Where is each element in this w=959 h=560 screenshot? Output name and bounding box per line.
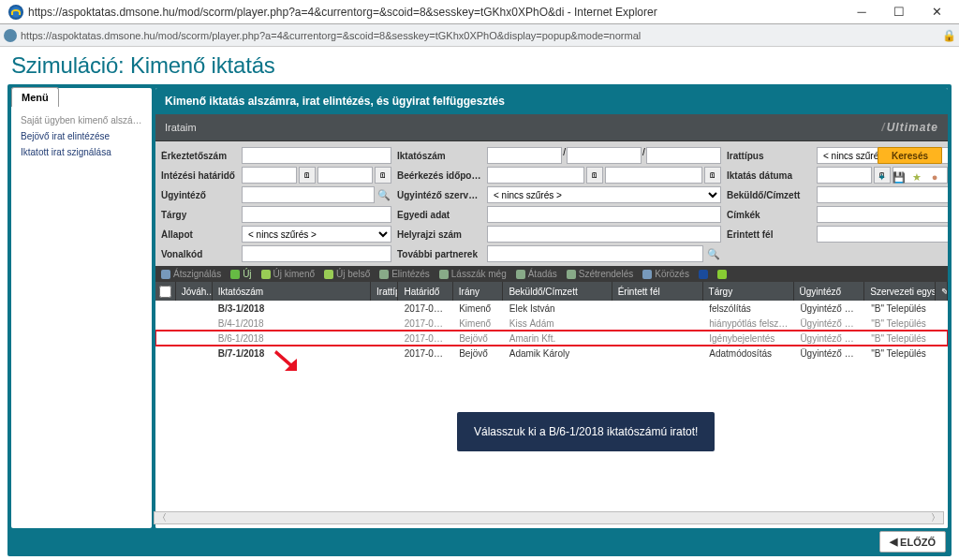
sidebar-item[interactable]: Bejövő irat elintézése — [11, 128, 152, 144]
lbl-erkezteto: Érkeztetőszám — [161, 151, 236, 161]
annotation-arrow-icon — [273, 350, 300, 373]
toolbar-item[interactable]: Új — [230, 269, 251, 279]
input-bekuldo[interactable] — [817, 186, 948, 203]
th-ugyintezo[interactable]: Ügyintéző — [794, 282, 865, 301]
globe-icon — [4, 29, 17, 42]
calendar-icon[interactable]: 🗓 — [586, 167, 603, 184]
toolbar-icon[interactable] — [717, 270, 727, 279]
page-title: Szimuláció: Kimenő iktatás — [7, 47, 952, 84]
address-bar: https://aspoktatas.dmsone.hu/mod/scorm/p… — [0, 24, 959, 47]
search-icon[interactable]: 🔍 — [705, 245, 721, 262]
th-szervezeti[interactable]: Szervezeti egység — [864, 282, 936, 301]
th-bekuldo[interactable]: Beküldő/Címzett — [503, 282, 612, 301]
prev-button[interactable]: ◀ ELŐZŐ — [879, 531, 946, 553]
lbl-targy: Tárgy — [161, 210, 236, 220]
lbl-beerkezes: Beérkezés időpon... — [397, 170, 481, 181]
table-row[interactable]: B/6-1/20182017-09-30BejövőAmarin Kft.Igé… — [155, 331, 948, 346]
input-cimkek[interactable] — [817, 206, 948, 223]
input-beerk-2[interactable] — [605, 167, 702, 184]
horizontal-scrollbar[interactable]: 〈 〉 — [154, 511, 944, 524]
expand-icon[interactable]: ✦ — [874, 169, 889, 184]
lbl-ugyszerv: Ügyintéző szerve... — [397, 190, 481, 200]
toolbar-item[interactable]: Lásszák még — [439, 269, 507, 279]
th-irany[interactable]: Irány — [453, 282, 504, 301]
toolbar-item[interactable]: Átadás — [516, 269, 557, 279]
lbl-erintett: Érintett fél — [727, 229, 811, 240]
toolbar-icon[interactable] — [699, 270, 708, 279]
input-intezesi-2[interactable] — [317, 167, 373, 184]
toolbar-item[interactable]: Átszignálás — [161, 269, 221, 279]
select-ugyszerv[interactable]: < nincs szűrés > — [487, 186, 721, 203]
save-icon[interactable]: 💾 — [892, 169, 907, 184]
close-button[interactable]: ✕ — [918, 0, 955, 24]
section-bar-label: Irataim — [165, 122, 197, 133]
lock-icon: 🔒 — [942, 29, 955, 42]
lbl-irattipus: Irattípus — [727, 151, 811, 161]
star-icon[interactable]: ★ — [909, 169, 924, 184]
input-beerk-1[interactable] — [487, 167, 584, 184]
toolbar-item[interactable]: Elintézés — [379, 269, 430, 279]
input-tovabbi[interactable] — [487, 245, 703, 262]
header-checkbox[interactable] — [159, 286, 171, 298]
lbl-bekuldo: Beküldő/Címzett — [727, 190, 811, 200]
sidebar-item[interactable]: Iktatott irat szignálása — [11, 144, 152, 160]
app-frame: Menü Saját ügyben kimenő alszám iktat...… — [7, 84, 952, 556]
chevron-left-icon: ◀ — [890, 536, 897, 548]
sidebar-tab-menu[interactable]: Menü — [11, 87, 59, 107]
input-ugyintezo[interactable] — [242, 186, 375, 203]
input-targy[interactable] — [242, 206, 391, 223]
toolbar-item[interactable]: Új kimenő — [261, 269, 315, 279]
main-panel: Kimenő iktatás alszámra, irat elintézés,… — [155, 88, 948, 528]
lbl-tovabbi: További partnerek — [397, 249, 481, 259]
table-row[interactable]: B/4-1/20182017-09-29KimenőKiss Ádámhiány… — [155, 316, 948, 331]
minimize-button[interactable]: ─ — [843, 0, 880, 24]
section-bar: Irataim Ultimate — [155, 114, 948, 141]
th-irattipus[interactable]: Irattípus — [371, 282, 398, 301]
maximize-button[interactable]: ☐ — [880, 0, 918, 24]
toolbar-item[interactable]: Szétrendelés — [567, 269, 633, 279]
lbl-allapot: Állapot — [161, 229, 236, 240]
search-icon[interactable]: 🔍 — [376, 186, 391, 203]
input-egyedi[interactable] — [487, 206, 721, 223]
filter-grid: Keresés ✦ 💾 ★ ● Érkeztetőszám Iktatószám… — [155, 141, 948, 266]
ie-icon — [8, 5, 23, 20]
input-iktat-1[interactable] — [487, 147, 562, 164]
input-iktat-3[interactable] — [646, 147, 721, 164]
input-intezesi-1[interactable] — [242, 167, 297, 184]
window-titlebar: https://aspoktatas.dmsone.hu/mod/scorm/p… — [0, 0, 959, 24]
lbl-iktatoszam: Iktatószám — [397, 151, 481, 161]
window-title: https://aspoktatas.dmsone.hu/mod/scorm/p… — [28, 6, 843, 19]
th-hatarido[interactable]: Határidő — [398, 282, 452, 301]
input-iktdat-1[interactable] — [817, 167, 872, 184]
input-vonalkod[interactable] — [242, 245, 391, 262]
th-vonalk[interactable]: ✎ Vonalk — [936, 282, 948, 301]
svg-marker-0 — [274, 350, 297, 371]
input-helyrajzi[interactable] — [487, 226, 721, 243]
lbl-cimkek: Címkék — [727, 210, 811, 220]
th-iktatoszam[interactable]: Iktatószám — [213, 282, 371, 301]
dot-icon[interactable]: ● — [927, 169, 942, 184]
table-row[interactable]: B/3-1/20182017-09-29KimenőElek Istvánfel… — [155, 301, 948, 316]
th-erintett[interactable]: Érintett fél — [612, 282, 703, 301]
toolbar-item[interactable]: Új belső — [324, 269, 370, 279]
calendar-icon[interactable]: 🗓 — [704, 167, 721, 184]
address-url[interactable]: https://aspoktatas.dmsone.hu/mod/scorm/p… — [21, 30, 938, 41]
calendar-icon[interactable]: 🗓 — [299, 167, 316, 184]
select-allapot[interactable]: < nincs szűrés > — [242, 226, 391, 243]
input-iktat-2[interactable] — [567, 147, 642, 164]
lbl-helyrajzi: Helyrajzi szám — [397, 229, 481, 240]
lbl-vonalkod: Vonalkód — [161, 249, 236, 259]
lbl-ugyintezo: Ügyintéző — [161, 190, 236, 200]
input-erintett[interactable] — [817, 226, 948, 243]
scroll-right-icon[interactable]: 〉 — [928, 511, 943, 524]
sidebar-item[interactable]: Saját ügyben kimenő alszám iktat... — [11, 112, 152, 128]
scroll-left-icon[interactable]: 〈 — [155, 511, 170, 524]
brand-label: Ultimate — [881, 121, 938, 134]
input-erkezteto[interactable] — [242, 147, 391, 164]
th-jovah[interactable]: Jóváh... — [176, 282, 213, 301]
th-targy[interactable]: Tárgy — [703, 282, 794, 301]
sidebar: Menü Saját ügyben kimenő alszám iktat...… — [11, 88, 152, 528]
toolbar-item[interactable]: Körözés — [642, 269, 689, 279]
search-button[interactable]: Keresés — [878, 147, 942, 164]
calendar-icon[interactable]: 🗓 — [375, 167, 391, 184]
